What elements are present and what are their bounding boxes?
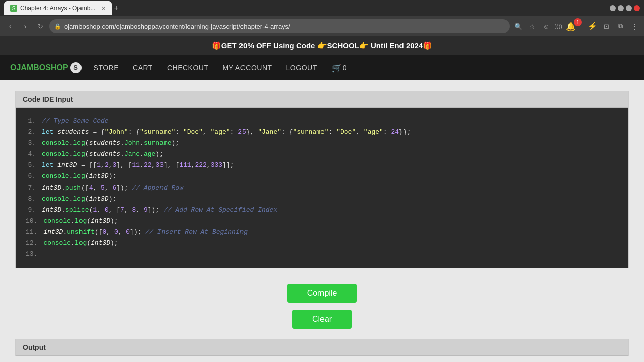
code-editor[interactable]: 1. // Type Some Code 2. let students = {… — [16, 108, 628, 268]
extensions-button[interactable]: ⚡ — [587, 21, 598, 32]
reload-button[interactable]: ↻ — [34, 20, 46, 32]
nav-store[interactable]: STORE — [87, 55, 126, 80]
navigation: OJAMBOSHOP S STORE CART CHECKOUT MY ACCO… — [0, 55, 644, 80]
active-tab[interactable]: S Chapter 4: Arrays - Ojamb... ✕ — [4, 1, 112, 15]
code-line-10: 10. console.log(int3D); — [26, 216, 618, 227]
tab-title: Chapter 4: Arrays - Ojamb... — [20, 5, 95, 12]
notification-count: 1 — [574, 18, 582, 26]
nav-logout[interactable]: LOGOUT — [279, 55, 325, 80]
code-line-7: 7. int3D.push([4, 5, 6]); // Append Row — [26, 183, 618, 194]
reader-view-button[interactable]: ⊡ — [601, 21, 612, 32]
code-ide-header: Code IDE Input — [16, 91, 628, 108]
tab-close-button[interactable]: ✕ — [101, 5, 106, 12]
rss-icon: )))) — [555, 23, 562, 29]
action-buttons: Compile Clear — [15, 279, 629, 339]
close-button[interactable] — [634, 5, 640, 11]
cart-icon: 🛒 — [332, 63, 342, 73]
secure-icon: 🔒 — [54, 23, 61, 30]
new-tab-button[interactable]: + — [114, 4, 118, 13]
browser-toolbar: ‹ › ↻ 🔒 ojamboshop.com/ojamboshoppaycont… — [0, 16, 644, 36]
code-line-3: 3. console.log(students.John.surname); — [26, 138, 618, 149]
minimize-button[interactable] — [610, 5, 616, 11]
nav-checkout[interactable]: CHECKOUT — [160, 55, 216, 80]
tab-favicon: S — [10, 5, 17, 12]
main-content: Code IDE Input 1. // Type Some Code 2. l… — [0, 80, 644, 362]
code-line-8: 8. console.log(int3D); — [26, 194, 618, 205]
maximize-button[interactable] — [618, 5, 624, 11]
output-header: Output — [16, 339, 628, 356]
back-button[interactable]: ‹ — [4, 20, 16, 32]
browser-window: S Chapter 4: Arrays - Ojamb... ✕ + ‹ › ↻… — [0, 0, 644, 362]
code-line-13: 13. — [26, 249, 618, 260]
cart-count: 0 — [343, 64, 347, 72]
code-line-11: 11. int3D.unshift([0, 0, 0]); // Insert … — [26, 227, 618, 238]
code-line-12: 12. console.log(int3D); — [26, 238, 618, 249]
logo-link[interactable]: OJAMBOSHOP S — [10, 62, 82, 73]
window-controls — [610, 5, 640, 11]
promo-banner: 🎁GET 20% OFF Using Code 👉SCHOOL👉 Until E… — [0, 36, 644, 55]
settings-button[interactable]: ⋮ — [629, 21, 640, 32]
code-line-9: 9. int3D.splice(1, 0, [7, 8, 9]); // Add… — [26, 205, 618, 216]
output-container: Output — [15, 339, 629, 356]
url-text: ojamboshop.com/ojamboshoppaycontent/lear… — [64, 23, 290, 30]
code-line-5: 5. let int3D = [[1,2,3], [11,22,33], [11… — [26, 160, 618, 171]
nav-my-account[interactable]: MY ACCOUNT — [215, 55, 279, 80]
logo-icon: S — [70, 62, 82, 73]
restore-button[interactable] — [626, 5, 632, 11]
code-line-4: 4. console.log(students.Jane.age); — [26, 149, 618, 160]
code-line-1: 1. // Type Some Code — [26, 116, 618, 127]
code-line-2: 2. let students = {"John": {"surname": "… — [26, 127, 618, 138]
cart-widget[interactable]: 🛒 0 — [325, 63, 354, 73]
website-content: 🎁GET 20% OFF Using Code 👉SCHOOL👉 Until E… — [0, 36, 644, 362]
share-button[interactable]: ⎋ — [541, 21, 552, 32]
clear-button[interactable]: Clear — [292, 310, 352, 329]
compile-button[interactable]: Compile — [287, 284, 357, 303]
code-ide-container: Code IDE Input 1. // Type Some Code 2. l… — [15, 90, 629, 268]
promo-text: 🎁GET 20% OFF Using Code 👉SCHOOL👉 Until E… — [212, 41, 433, 50]
nav-cart[interactable]: CART — [126, 55, 160, 80]
address-bar[interactable]: 🔒 ojamboshop.com/ojamboshoppaycontent/le… — [49, 19, 510, 33]
logo-text: OJAMBOSHOP — [10, 63, 68, 72]
tab-bar: S Chapter 4: Arrays - Ojamb... ✕ + — [0, 0, 644, 16]
code-line-6: 6. console.log(int3D); — [26, 171, 618, 182]
bookmark-button[interactable]: ☆ — [527, 21, 538, 32]
forward-button[interactable]: › — [19, 20, 31, 32]
browser-action-buttons: 🔍 ☆ ⎋ )))) 🔔 1 ⚡ ⊡ ⧉ ⋮ — [513, 21, 640, 32]
search-button[interactable]: 🔍 — [513, 21, 524, 32]
notification-area: 🔔 1 — [566, 22, 584, 31]
pip-button[interactable]: ⧉ — [615, 21, 626, 32]
